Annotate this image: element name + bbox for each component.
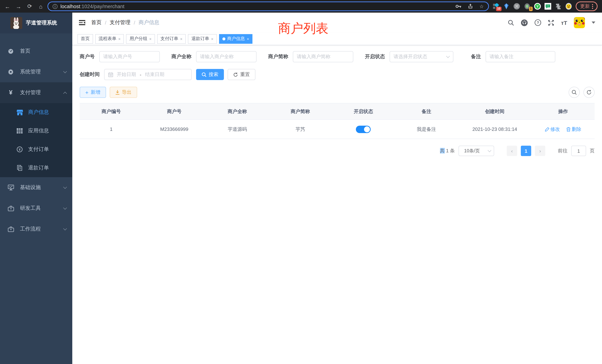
short-name-input[interactable]: 请输入商户简称 [293, 51, 353, 62]
close-icon[interactable]: × [247, 36, 249, 41]
password-key-icon[interactable] [456, 4, 462, 8]
annotation-merchant-list: 商户列表 [278, 20, 328, 37]
tab-process-form[interactable]: 流程表单× [95, 34, 124, 43]
url-host: localhost [60, 3, 80, 9]
reload-icon[interactable]: ⟳ [25, 2, 34, 11]
reset-button[interactable]: 重置 [228, 69, 255, 80]
tab-merchant-info[interactable]: 商户信息× [219, 34, 253, 43]
tab-refund-order[interactable]: 退款订单× [188, 34, 217, 43]
extension-gem-icon[interactable] [503, 3, 510, 10]
sidebar-item-pay[interactable]: ¥ 支付管理 [0, 82, 72, 103]
tab-user-group[interactable]: 用户分组× [126, 34, 155, 43]
avatar-caret-icon[interactable] [592, 21, 595, 26]
tab-label: 用户分组 [129, 36, 147, 42]
status-select[interactable]: 请选择开启状态 [389, 51, 453, 62]
tab-label: 商户信息 [227, 36, 245, 42]
url-text[interactable]: localhost:1024/pay/merchant [60, 3, 449, 9]
fullscreen-icon[interactable] [548, 20, 554, 26]
pagination-total: 共 1 条 [440, 148, 455, 154]
close-icon[interactable]: × [180, 36, 183, 41]
chevron-down-icon [63, 69, 67, 73]
close-icon[interactable]: × [211, 36, 214, 41]
tab-home[interactable]: 首页 [77, 34, 93, 43]
remark-input[interactable]: 请输入备注 [485, 51, 555, 62]
bookmark-star-icon[interactable]: ☆ [480, 3, 484, 9]
home-icon[interactable]: ⌂ [36, 2, 45, 11]
chrome-update-button[interactable]: 更新 [576, 1, 598, 11]
cell-merchant-id: 1 [80, 119, 143, 139]
sidebar-item-workflow[interactable]: 工作流程 [0, 219, 72, 239]
col-short-name: 商户简称 [269, 103, 332, 119]
back-icon[interactable]: ← [3, 2, 12, 11]
tag-tabs-bar: 首页 流程表单× 用户分组× 支付订单× 退款订单× 商户信息× [72, 33, 602, 45]
sidebar-item-label: 系统管理 [20, 69, 58, 75]
add-button[interactable]: + 新增 [80, 87, 106, 98]
extension-grid-icon[interactable]: 10 [493, 3, 499, 10]
sidebar-item-dev-tools[interactable]: 研发工具 [0, 198, 72, 219]
edit-link[interactable]: 修改 [545, 126, 560, 132]
refresh-button[interactable] [583, 87, 595, 98]
extension-command-icon[interactable]: ⌘ [513, 3, 520, 10]
close-icon[interactable]: × [149, 36, 152, 41]
sidebar-item-pay-order[interactable]: ¥ 支付订单 [0, 140, 72, 159]
breadcrumb-home[interactable]: 首页 [91, 19, 102, 26]
address-bar[interactable]: i localhost:1024/pay/merchant ☆ [47, 1, 489, 11]
github-icon[interactable] [521, 19, 528, 26]
sidebar-item-merchant-info[interactable]: 商户信息 [0, 103, 72, 122]
date-end-placeholder: 结束日期 [145, 71, 164, 78]
extension-recorder-icon[interactable]: 1 [524, 3, 530, 10]
cell-short-name: 芋艿 [269, 119, 332, 139]
app-logo-row[interactable]: 芋道管理系统 [0, 13, 72, 33]
total-count: 1 [446, 148, 449, 153]
full-name-label: 商户全称 [172, 53, 192, 60]
merchant-no-input[interactable]: 请输入商户号 [99, 51, 160, 62]
extension-yudao-icon[interactable]: Y [534, 3, 541, 10]
cell-merchant-no: M233666999 [143, 119, 206, 139]
profile-avatar-icon[interactable] [565, 3, 572, 10]
extension-chat-icon[interactable] [545, 3, 551, 10]
sidebar-item-refund-order[interactable]: 退款订单 [0, 159, 72, 177]
tab-label: 首页 [81, 36, 90, 42]
next-page-button[interactable]: › [535, 146, 545, 156]
sidebar-item-label: 首页 [20, 48, 66, 54]
prev-page-button[interactable]: ‹ [507, 146, 517, 156]
update-label: 更新 [580, 3, 590, 10]
table-toolbar: + 新增 导出 [80, 87, 595, 98]
sidebar-item-label: 商户信息 [28, 109, 49, 116]
forward-icon[interactable]: → [14, 2, 23, 11]
create-time-range-input[interactable]: 开始日期 - 结束日期 [104, 69, 192, 80]
breadcrumb-pay[interactable]: 支付管理 [110, 19, 130, 26]
sidebar-item-app-info[interactable]: 应用信息 [0, 122, 72, 140]
tab-pay-order[interactable]: 支付订单× [157, 34, 186, 43]
user-avatar-pikachu[interactable] [574, 17, 585, 28]
close-icon[interactable]: × [118, 36, 121, 41]
plus-icon: + [85, 89, 89, 96]
sidebar-fold-icon[interactable] [79, 20, 85, 25]
sidebar-item-system[interactable]: 系统管理 [0, 62, 72, 82]
chevron-up-icon [63, 92, 67, 95]
breadcrumb-separator: / [134, 20, 135, 26]
help-icon[interactable]: ? [535, 19, 541, 26]
sidebar-item-home[interactable]: 首页 [0, 41, 72, 62]
search-button[interactable]: 搜索 [196, 69, 224, 80]
full-name-input[interactable]: 请输入商户全称 [196, 51, 256, 62]
site-info-icon[interactable]: i [53, 4, 57, 9]
page-1-button[interactable]: 1 [521, 146, 531, 156]
export-button[interactable]: 导出 [110, 87, 137, 98]
extensions-puzzle-icon[interactable] [555, 3, 562, 10]
table-tools [569, 87, 595, 98]
share-icon[interactable] [468, 4, 473, 9]
chevron-down-icon [63, 206, 67, 210]
page-size-select[interactable]: 10条/页 [459, 146, 494, 156]
font-size-icon[interactable]: ᴛT [561, 20, 567, 26]
delete-link[interactable]: 删除 [567, 126, 581, 132]
goto-page-input[interactable]: 1 [571, 146, 586, 156]
sidebar-item-infra[interactable]: 基础设施 [0, 177, 72, 198]
chevron-down-icon [63, 185, 67, 189]
search-icon[interactable] [508, 20, 514, 26]
yen-circle-icon: ¥ [16, 146, 23, 152]
status-toggle[interactable] [356, 126, 371, 133]
breadcrumb: 首页 / 支付管理 / 商户信息 [91, 19, 159, 26]
browser-menu-icon[interactable] [592, 4, 593, 9]
show-search-toggle-button[interactable] [569, 87, 580, 98]
